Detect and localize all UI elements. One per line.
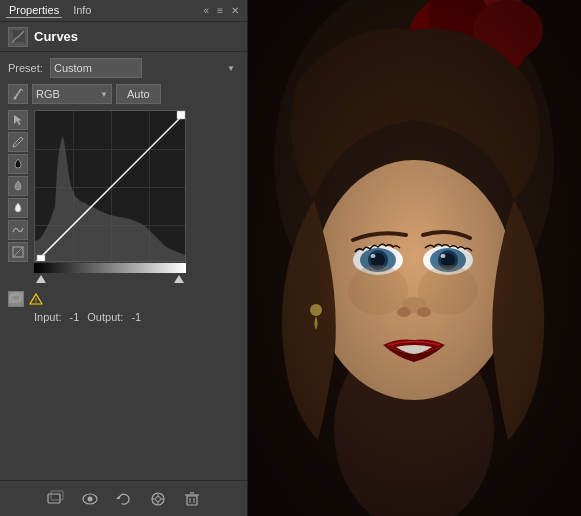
svg-rect-9 [177, 111, 185, 119]
svg-rect-16 [51, 491, 63, 500]
panel-menu-button[interactable]: ≡ [215, 5, 225, 16]
output-label: Output: [87, 311, 123, 323]
tab-properties[interactable]: Properties [6, 3, 62, 18]
svg-rect-25 [187, 496, 197, 505]
svg-rect-10 [37, 255, 45, 262]
panel-topbar: Properties Info « ≡ ✕ [0, 0, 247, 22]
io-row: Input: -1 Output: -1 [34, 311, 239, 323]
histogram-svg [35, 111, 186, 262]
delete-adjustment-button[interactable] [180, 487, 204, 511]
view-previous-button[interactable] [146, 487, 170, 511]
panel-close-button[interactable]: ✕ [229, 5, 241, 16]
svg-point-20 [155, 496, 160, 501]
curve-canvas-wrapper [34, 110, 239, 287]
panel-tabs: Properties Info [6, 3, 95, 18]
output-value: -1 [131, 311, 141, 323]
eyedropper-shadow-tool[interactable] [8, 154, 28, 174]
eyedropper-midtone-tool[interactable] [8, 176, 28, 196]
preset-label: Preset: [8, 62, 46, 74]
preset-select[interactable]: Custom Default Strong Contrast Linear Co… [50, 58, 142, 78]
input-gradient-row [34, 262, 239, 273]
gradient-handles-row [34, 275, 186, 287]
pencil-tool[interactable] [8, 132, 28, 152]
curve-canvas[interactable] [34, 110, 186, 262]
tab-info[interactable]: Info [70, 3, 94, 18]
reset-adjustment-button[interactable] [112, 487, 136, 511]
eyedropper-curve-tool[interactable] [8, 84, 28, 104]
pointer-tool[interactable] [8, 110, 28, 130]
smooth-tool[interactable] [8, 220, 28, 240]
panel-header: Curves [0, 22, 247, 52]
svg-rect-15 [48, 494, 60, 503]
properties-panel: Properties Info « ≡ ✕ Curves Preset: [0, 0, 248, 516]
svg-rect-54 [248, 0, 581, 516]
channel-select[interactable]: RGB Red Green Blue [32, 84, 112, 104]
panel-bottom-toolbar [0, 480, 247, 516]
input-value: -1 [70, 311, 80, 323]
eyedropper-highlight-tool[interactable] [8, 198, 28, 218]
input-label: Input: [34, 311, 62, 323]
panel-collapse-button[interactable]: « [202, 5, 212, 16]
channel-row: RGB Red Green Blue Auto [8, 84, 239, 104]
white-point-handle[interactable] [174, 275, 184, 283]
portrait-image [248, 0, 581, 516]
warning-row: ! [8, 291, 239, 307]
svg-rect-11 [10, 295, 20, 302]
warning-triangle-icon[interactable]: ! [28, 291, 44, 307]
preset-select-wrapper: Custom Default Strong Contrast Linear Co… [50, 58, 239, 78]
svg-line-7 [13, 247, 23, 257]
panel-title: Curves [34, 29, 78, 44]
svg-point-4 [14, 97, 17, 100]
black-point-handle[interactable] [36, 275, 46, 283]
tools-sidebar [8, 110, 30, 287]
corner-tool[interactable] [8, 242, 28, 262]
curve-section [8, 110, 239, 287]
layer-icon[interactable] [8, 291, 24, 307]
svg-point-18 [87, 496, 92, 501]
panel-content: Preset: Custom Default Strong Contrast L… [0, 52, 247, 480]
photo-area [248, 0, 581, 516]
preset-row: Preset: Custom Default Strong Contrast L… [8, 58, 239, 78]
add-adjustment-button[interactable] [44, 487, 68, 511]
visibility-toggle-button[interactable] [78, 487, 102, 511]
curves-icon [8, 27, 28, 47]
panel-controls: « ≡ ✕ [202, 5, 241, 16]
svg-line-3 [15, 89, 21, 98]
channel-select-wrapper: RGB Red Green Blue [32, 84, 112, 104]
svg-text:!: ! [35, 297, 37, 304]
input-gradient-bar [34, 263, 186, 273]
svg-line-5 [21, 89, 23, 91]
auto-button[interactable]: Auto [116, 84, 161, 104]
